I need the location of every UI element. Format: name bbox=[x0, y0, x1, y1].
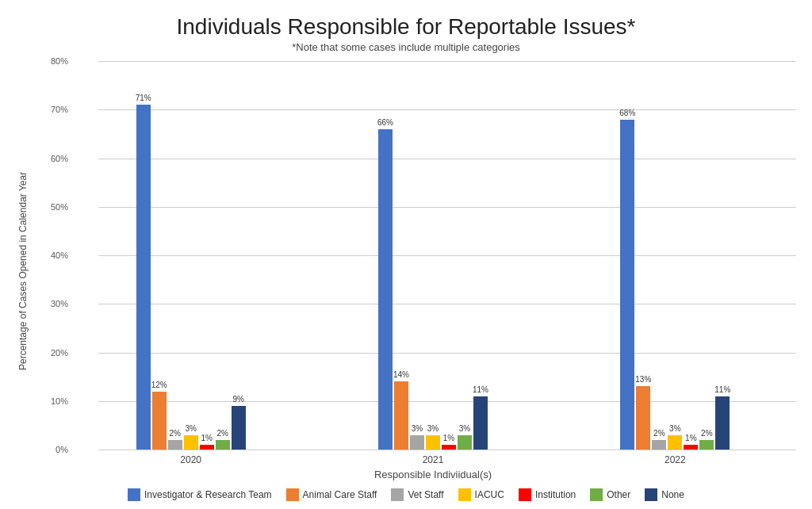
bar-wrap: 2% bbox=[699, 61, 714, 450]
bar-value-label: 14% bbox=[393, 370, 409, 379]
legend-color-swatch bbox=[128, 488, 140, 501]
y-tick-label: 60% bbox=[40, 154, 68, 163]
bar-value-label: 1% bbox=[443, 434, 454, 442]
bar-value-label: 68% bbox=[619, 109, 635, 117]
bar-value-label: 3% bbox=[459, 424, 470, 433]
bar-wrap: 2% bbox=[652, 61, 666, 450]
bar-value-label: 1% bbox=[201, 434, 212, 442]
bar-wrap: 3% bbox=[184, 61, 198, 450]
legend-label: Institution bbox=[535, 489, 576, 500]
bar-value-label: 3% bbox=[669, 424, 680, 433]
y-tick-label: 50% bbox=[40, 202, 68, 212]
bar-wrap: 11% bbox=[473, 61, 488, 450]
y-axis-label: Percentage of Cases Opened in Calendar Y… bbox=[16, 61, 40, 480]
bar-2020-IACUC: 3% bbox=[184, 435, 198, 450]
legend-item-Institution: Institution bbox=[519, 488, 576, 501]
bar-value-label: 9% bbox=[232, 395, 243, 404]
bar-value-label: 3% bbox=[412, 424, 423, 433]
bar-wrap: 1% bbox=[684, 61, 698, 450]
bar-wrap: 3% bbox=[426, 61, 440, 450]
bar-wrap: 13% bbox=[636, 61, 650, 450]
bar-value-label: 2% bbox=[216, 429, 228, 438]
y-tick-label: 30% bbox=[40, 299, 68, 308]
bar-2021-Institution: 1% bbox=[442, 445, 456, 450]
bar-wrap: 12% bbox=[152, 61, 167, 450]
bar-2020-Investigator-&-Research-Team: 71% bbox=[136, 105, 151, 450]
bar-2020-Animal-Care-Staff: 12% bbox=[152, 392, 167, 450]
bar-2021-IACUC: 3% bbox=[426, 435, 440, 450]
x-axis-title: Responsible Indiviidual(s) bbox=[70, 469, 796, 480]
bar-wrap: 68% bbox=[620, 61, 634, 450]
legend-label: IACUC bbox=[475, 489, 504, 500]
bar-wrap: 66% bbox=[378, 61, 393, 450]
bar-wrap: 3% bbox=[668, 61, 682, 450]
legend-color-swatch bbox=[519, 488, 531, 501]
x-label-2020: 2020 bbox=[70, 454, 312, 465]
bar-2021-Investigator-&-Research-Team: 66% bbox=[378, 129, 393, 450]
bar-value-label: 71% bbox=[136, 94, 151, 102]
legend-color-swatch bbox=[590, 488, 603, 501]
bar-value-label: 11% bbox=[714, 385, 730, 394]
bar-wrap: 1% bbox=[200, 61, 214, 450]
bar-2020-Vet-Staff: 2% bbox=[168, 440, 182, 450]
bar-wrap: 1% bbox=[442, 61, 456, 450]
bar-wrap: 3% bbox=[410, 61, 424, 450]
legend-label: Investigator & Research Team bbox=[144, 489, 272, 500]
bar-value-label: 1% bbox=[685, 434, 696, 442]
y-tick-label: 80% bbox=[40, 56, 68, 66]
bar-2022-Institution: 1% bbox=[684, 445, 698, 450]
legend-color-swatch bbox=[391, 488, 404, 501]
bar-2022-Other: 2% bbox=[699, 440, 714, 450]
bar-2022-Vet-Staff: 2% bbox=[652, 440, 666, 450]
chart-title: Individuals Responsible for Reportable I… bbox=[177, 14, 636, 40]
legend-item-Investigator-&-Research-Team: Investigator & Research Team bbox=[128, 488, 272, 501]
legend-item-IACUC: IACUC bbox=[458, 488, 504, 501]
x-label-2022: 2022 bbox=[554, 454, 796, 465]
legend-item-None: None bbox=[645, 488, 684, 501]
bar-value-label: 66% bbox=[377, 118, 393, 127]
bar-value-label: 12% bbox=[151, 381, 167, 389]
legend-label: Animal Care Staff bbox=[303, 489, 377, 500]
y-tick-label: 0% bbox=[40, 445, 68, 454]
bar-wrap: 3% bbox=[458, 61, 472, 450]
bar-wrap: 71% bbox=[136, 61, 151, 450]
bar-group-2021: 66%14%3%3%1%3%11% bbox=[312, 61, 553, 450]
grid-line bbox=[98, 450, 796, 450]
legend-color-swatch bbox=[458, 488, 471, 501]
bar-2021-Animal-Care-Staff: 14% bbox=[394, 381, 408, 450]
bar-value-label: 3% bbox=[427, 424, 439, 433]
legend-color-swatch bbox=[645, 488, 657, 501]
bar-2020-None: 9% bbox=[232, 406, 246, 450]
x-label-2021: 2021 bbox=[312, 454, 553, 465]
legend-label: Vet Staff bbox=[408, 489, 443, 500]
bar-value-label: 3% bbox=[185, 424, 196, 433]
legend-item-Vet-Staff: Vet Staff bbox=[391, 488, 443, 501]
y-tick-label: 20% bbox=[40, 348, 68, 358]
bar-group-2022: 68%13%2%3%1%2%11% bbox=[554, 61, 796, 450]
legend-color-swatch bbox=[286, 488, 299, 501]
bar-2021-None: 11% bbox=[473, 396, 488, 450]
y-tick-label: 40% bbox=[40, 251, 68, 260]
bar-value-label: 11% bbox=[473, 385, 488, 394]
bar-wrap: 14% bbox=[394, 61, 408, 450]
bar-2022-None: 11% bbox=[715, 396, 730, 450]
bar-value-label: 2% bbox=[653, 429, 665, 438]
bar-value-label: 2% bbox=[169, 429, 180, 438]
bar-2020-Other: 2% bbox=[216, 440, 230, 450]
bar-2020-Institution: 1% bbox=[200, 445, 214, 450]
bar-wrap: 2% bbox=[216, 61, 230, 450]
y-tick-label: 70% bbox=[40, 105, 68, 114]
bar-2022-IACUC: 3% bbox=[668, 435, 682, 450]
bar-wrap: 2% bbox=[168, 61, 182, 450]
bar-2022-Investigator-&-Research-Team: 68% bbox=[620, 120, 634, 450]
legend-item-Animal-Care-Staff: Animal Care Staff bbox=[286, 488, 377, 501]
y-tick-label: 10% bbox=[40, 396, 68, 406]
bar-wrap: 9% bbox=[232, 61, 246, 450]
bar-2021-Other: 3% bbox=[458, 435, 472, 450]
legend-item-Other: Other bbox=[590, 488, 630, 501]
legend-label: Other bbox=[607, 489, 630, 500]
chart-subtitle: *Note that some cases include multiple c… bbox=[292, 41, 520, 53]
bar-wrap: 11% bbox=[715, 61, 730, 450]
bar-value-label: 2% bbox=[701, 429, 712, 438]
bar-2021-Vet-Staff: 3% bbox=[410, 435, 424, 450]
